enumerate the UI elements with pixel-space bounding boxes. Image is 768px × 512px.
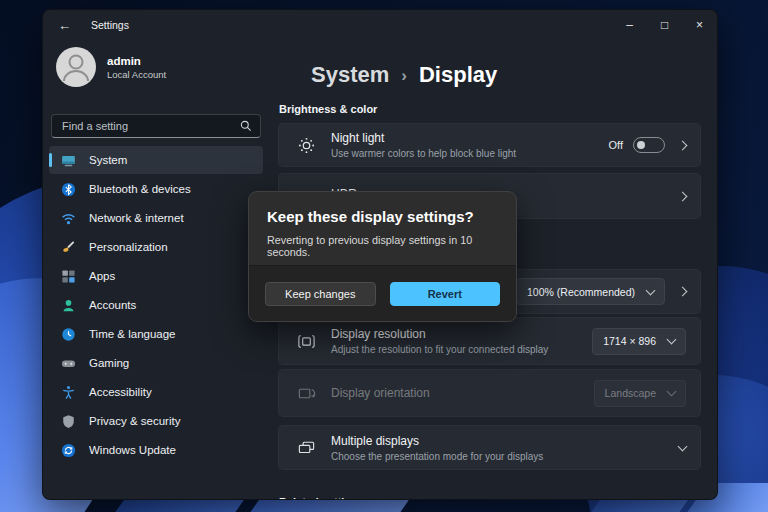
sidebar-item-accessibility[interactable]: Accessibility — [49, 378, 263, 406]
page-title: Display — [419, 62, 497, 88]
search-icon — [240, 120, 252, 132]
display-resolution-row[interactable]: Display resolution Adjust the resolution… — [278, 317, 701, 365]
accounts-icon — [60, 297, 76, 313]
window-controls: – □ × — [612, 10, 717, 40]
night-light-state: Off — [609, 139, 623, 151]
section-brightness-color: Brightness & color — [279, 103, 377, 115]
selected-indicator — [49, 153, 52, 167]
sidebar-item-label: Personalization — [89, 241, 168, 253]
sidebar-item-label: Network & internet — [89, 212, 184, 224]
chevron-down-icon — [678, 441, 688, 451]
keep-changes-button[interactable]: Keep changes — [265, 282, 376, 306]
sidebar-item-label: Accounts — [89, 299, 136, 311]
back-icon[interactable]: ← — [58, 19, 71, 32]
dialog-footer: Keep changes Revert — [249, 265, 516, 321]
multiple-displays-subtitle: Choose the presentation mode for your di… — [331, 451, 665, 462]
breadcrumb-system[interactable]: System — [311, 62, 389, 88]
multiple-displays-row[interactable]: Multiple displays Choose the presentatio… — [278, 425, 701, 470]
display-resolution-title: Display resolution — [331, 327, 592, 341]
windows-update-icon — [60, 442, 76, 458]
time-language-icon — [60, 326, 76, 342]
night-light-icon — [296, 135, 316, 155]
sidebar-item-label: Time & language — [89, 328, 176, 340]
night-light-title: Night light — [331, 131, 609, 145]
personalization-icon — [60, 239, 76, 255]
resolution-value: 1714 × 896 — [603, 335, 656, 347]
window-title: Settings — [91, 19, 129, 31]
sidebar-item-label: Windows Update — [89, 444, 176, 456]
display-resolution-subtitle: Adjust the resolution to fit your connec… — [331, 344, 592, 355]
desktop: ← Settings – □ × admin Local Account — [0, 0, 768, 512]
dialog-message: Reverting to previous display settings i… — [267, 234, 498, 258]
chevron-right-icon — [678, 140, 688, 150]
apps-icon — [60, 268, 76, 284]
account-type: Local Account — [107, 69, 166, 80]
display-orientation-title: Display orientation — [331, 386, 594, 400]
chevron-right-icon — [678, 287, 688, 297]
display-orientation-row: Display orientation Landscape — [278, 369, 701, 417]
sidebar-nav: System Bluetooth & devices Network & int… — [49, 146, 263, 464]
sidebar-item-time-language[interactable]: Time & language — [49, 320, 263, 348]
avatar — [56, 47, 96, 87]
scale-dropdown[interactable]: 100% (Recommended) — [516, 278, 665, 305]
account-name: admin — [107, 55, 166, 67]
search-box[interactable] — [51, 114, 261, 138]
revert-button[interactable]: Revert — [390, 282, 501, 306]
sidebar-item-bluetooth[interactable]: Bluetooth & devices — [49, 175, 263, 203]
sidebar-item-windows-update[interactable]: Windows Update — [49, 436, 263, 464]
sidebar-item-apps[interactable]: Apps — [49, 262, 263, 290]
sidebar-item-label: Gaming — [89, 357, 129, 369]
section-related-settings: Related settings — [279, 496, 364, 500]
sidebar-item-gaming[interactable]: Gaming — [49, 349, 263, 377]
keep-display-settings-dialog: Keep these display settings? Reverting t… — [248, 191, 517, 322]
sidebar-item-personalization[interactable]: Personalization — [49, 233, 263, 261]
sidebar-item-label: System — [89, 154, 127, 166]
minimize-button[interactable]: – — [612, 10, 647, 40]
toggle-knob — [637, 141, 645, 149]
network-icon — [60, 210, 76, 226]
dialog-title: Keep these display settings? — [267, 208, 498, 225]
sidebar: admin Local Account System — [43, 40, 269, 499]
orientation-value: Landscape — [605, 387, 656, 399]
night-light-subtitle: Use warmer colors to help block blue lig… — [331, 148, 609, 159]
sidebar-item-label: Bluetooth & devices — [89, 183, 191, 195]
person-icon — [56, 47, 96, 87]
breadcrumb: System › Display — [311, 62, 497, 88]
titlebar: ← Settings – □ × — [43, 10, 717, 40]
sidebar-item-label: Apps — [89, 270, 115, 282]
search-input[interactable] — [60, 119, 240, 133]
close-button[interactable]: × — [682, 10, 717, 40]
scale-value: 100% (Recommended) — [527, 286, 635, 298]
account-card[interactable]: admin Local Account — [56, 47, 263, 87]
bluetooth-icon — [60, 181, 76, 197]
display-orientation-icon — [296, 383, 316, 403]
gaming-icon — [60, 355, 76, 371]
chevron-down-icon — [667, 335, 677, 345]
sidebar-item-system[interactable]: System — [49, 146, 263, 174]
orientation-dropdown: Landscape — [594, 380, 686, 407]
chevron-down-icon — [667, 387, 677, 397]
multiple-displays-icon — [296, 438, 316, 458]
night-light-toggle[interactable] — [633, 137, 665, 153]
multiple-displays-title: Multiple displays — [331, 434, 665, 448]
accessibility-icon — [60, 384, 76, 400]
sidebar-item-label: Privacy & security — [89, 415, 180, 427]
breadcrumb-separator-icon: › — [401, 66, 407, 86]
night-light-row[interactable]: Night light Use warmer colors to help bl… — [278, 123, 701, 167]
sidebar-item-privacy[interactable]: Privacy & security — [49, 407, 263, 435]
resolution-dropdown[interactable]: 1714 × 896 — [592, 328, 686, 355]
system-icon — [60, 152, 76, 168]
privacy-icon — [60, 413, 76, 429]
display-resolution-icon — [296, 331, 316, 351]
sidebar-item-network[interactable]: Network & internet — [49, 204, 263, 232]
chevron-down-icon — [646, 285, 656, 295]
sidebar-item-label: Accessibility — [89, 386, 152, 398]
sidebar-item-accounts[interactable]: Accounts — [49, 291, 263, 319]
maximize-button[interactable]: □ — [647, 10, 682, 40]
